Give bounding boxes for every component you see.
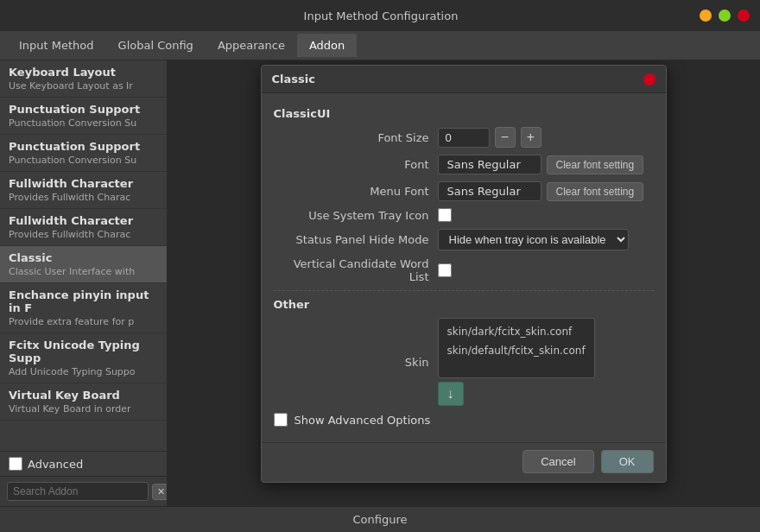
font-size-increment[interactable]: + [521,127,542,148]
status-panel-label: Status Panel Hide Mode [274,233,438,246]
content-area: Classic ClassicUI Font Size − + [167,60,760,506]
skin-list: skin/dark/fcitx_skin.conf skin/default/f… [438,318,595,378]
font-size-row: Font Size − + [274,127,654,148]
dialog-close-button[interactable] [643,73,656,86]
clear-menu-font-button[interactable]: Clear font setting [547,182,644,201]
clear-font-button[interactable]: Clear font setting [547,155,644,174]
font-label: Font [274,158,438,171]
tab-appearance[interactable]: Appearance [206,34,297,57]
menu-font-row: Menu Font Sans Regular Clear font settin… [274,181,654,201]
dialog-overlay: Classic ClassicUI Font Size − + [167,60,760,506]
dialog-buttons: Cancel OK [262,442,666,482]
tab-global-config[interactable]: Global Config [106,34,206,57]
system-tray-row: Use System Tray Icon [274,208,654,222]
sidebar-item-virtual-keyboard[interactable]: Virtual Key Board Virtual Key Board in o… [0,383,167,421]
configure-label: Configure [352,513,407,526]
font-size-decrement[interactable]: − [495,127,516,148]
advanced-area: Advanced [0,451,167,476]
font-display: Sans Regular [438,155,542,174]
sidebar-item-enchance-pinyin[interactable]: Enchance pinyin input in F Provide extra… [0,283,167,333]
menu-font-display: Sans Regular [438,181,542,201]
menu-font-label: Menu Font [274,185,438,198]
tab-bar: Input Method Global Config Appearance Ad… [0,31,760,60]
window-title: Input Method Configuration [62,10,700,22]
show-advanced-checkbox[interactable] [274,413,288,427]
skin-add-button[interactable]: ↓ [438,382,464,406]
font-row: Font Sans Regular Clear font setting [274,155,654,174]
show-advanced-label: Show Advanced Options [294,414,431,427]
ok-button[interactable]: OK [601,450,654,473]
cancel-button[interactable]: Cancel [522,450,593,473]
minimize-button[interactable] [700,10,712,22]
section-divider [274,290,654,291]
window-controls [700,10,750,22]
system-tray-checkbox[interactable] [438,208,452,222]
sidebar-list: Keyboard Layout Use Keyboard Layout as I… [0,60,167,451]
font-size-control: − + [438,127,654,148]
tab-addon[interactable]: Addon [297,34,357,57]
vertical-candidate-checkbox[interactable] [438,263,452,277]
skin-item-1[interactable]: skin/default/fcitx_skin.conf [439,341,594,360]
sidebar-item-punctuation-2[interactable]: Punctuation Support Punctuation Conversi… [0,135,167,172]
dialog-title: Classic [272,73,315,86]
menu-font-control: Sans Regular Clear font setting [438,181,654,201]
vertical-candidate-row: Vertical Candidate Word List [274,257,654,283]
show-advanced-row: Show Advanced Options [274,413,654,427]
tab-input-method[interactable]: Input Method [7,34,106,57]
maximize-button[interactable] [719,10,731,22]
dialog-title-bar: Classic [262,66,666,93]
skin-row: Skin skin/dark/fcitx_skin.conf skin/defa… [274,318,654,406]
font-control: Sans Regular Clear font setting [438,155,654,174]
sidebar-search-area: ✕ [0,476,167,506]
dialog-body: ClassicUI Font Size − + Font [262,93,666,442]
skin-control: skin/dark/fcitx_skin.conf skin/default/f… [438,318,654,406]
other-section-header: Other [274,298,654,311]
system-tray-control [438,208,654,222]
sidebar-item-fullwidth-2[interactable]: Fullwidth Character Provides Fullwidth C… [0,209,167,246]
status-panel-select[interactable]: Hide when tray icon is available Always … [438,229,629,250]
font-size-input[interactable] [438,128,490,148]
search-addon-input[interactable] [7,482,149,501]
classic-dialog: Classic ClassicUI Font Size − + [261,65,667,483]
sidebar: Keyboard Layout Use Keyboard Layout as I… [0,60,167,506]
system-tray-label: Use System Tray Icon [274,209,438,222]
sidebar-item-keyboard-layout[interactable]: Keyboard Layout Use Keyboard Layout as I… [0,60,167,98]
skin-label: Skin [274,356,438,369]
advanced-checkbox[interactable] [9,457,22,471]
sidebar-item-unicode[interactable]: Fcitx Unicode Typing Supp Add Unicode Ty… [0,333,167,383]
status-panel-row: Status Panel Hide Mode Hide when tray ic… [274,229,654,250]
skin-add-icon: ↓ [447,386,454,402]
vertical-candidate-control [438,263,654,277]
status-panel-control: Hide when tray icon is available Always … [438,229,654,250]
bottom-bar: Configure [0,506,760,532]
skin-item-0[interactable]: skin/dark/fcitx_skin.conf [439,322,594,341]
font-size-label: Font Size [274,131,438,144]
sidebar-item-punctuation-1[interactable]: Punctuation Support Punctuation Conversi… [0,98,167,135]
advanced-label: Advanced [28,458,83,471]
close-button[interactable] [738,10,750,22]
sidebar-item-fullwidth-1[interactable]: Fullwidth Character Provides Fullwidth C… [0,172,167,209]
vertical-candidate-label: Vertical Candidate Word List [274,257,438,283]
main-area: Keyboard Layout Use Keyboard Layout as I… [0,60,760,506]
sidebar-item-classic[interactable]: Classic Classic User Interface with [0,246,167,283]
title-bar: Input Method Configuration [0,0,760,31]
classicui-section-header: ClassicUI [274,107,654,120]
